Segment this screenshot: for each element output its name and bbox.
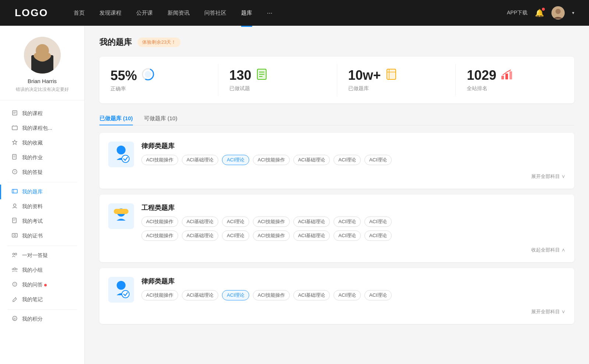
tag-lawyer2-6[interactable]: ACI理论 xyxy=(364,290,392,300)
stat-questions-done-icon xyxy=(256,68,268,83)
main-nav: 首页 发现课程 公开课 新闻资讯 问答社区 题库 ··· xyxy=(74,8,507,18)
nav-qa[interactable]: 问答社区 xyxy=(204,8,226,18)
svg-point-1 xyxy=(556,9,561,14)
tag-lawyer1-5[interactable]: ACI理论 xyxy=(334,155,361,165)
qbank-avatar-lawyer1 xyxy=(108,142,134,167)
user-avatar-header[interactable] xyxy=(551,6,565,19)
tag-eng-4[interactable]: ACI基础理论 xyxy=(293,217,330,227)
tag-eng-1[interactable]: ACI基础理论 xyxy=(182,217,219,227)
myquestions-icon: ? xyxy=(11,281,18,289)
tag-eng-12[interactable]: ACI理论 xyxy=(334,231,361,241)
sidebar-item-myexam[interactable]: 我的考试 xyxy=(0,214,84,229)
sidebar-item-mycourse[interactable]: 我的课程 xyxy=(0,106,84,121)
nav-more[interactable]: ··· xyxy=(267,9,272,17)
tag-lawyer2-5[interactable]: ACI理论 xyxy=(334,290,361,300)
tag-lawyer1-1[interactable]: ACI基础理论 xyxy=(182,155,219,165)
qbank-info-engineer: 工程类题库 ACI技能操作 ACI基础理论 ACI理论 ACI技能操作 ACI基… xyxy=(141,203,565,241)
sidebar-item-myquestions[interactable]: ? 我的问答 xyxy=(0,278,84,292)
sidebar-label-myqbank: 我的题库 xyxy=(22,189,43,195)
sidebar-label-mygroup: 我的小组 xyxy=(22,267,43,274)
qbank-card-engineer-header: 工程类题库 ACI技能操作 ACI基础理论 ACI理论 ACI技能操作 ACI基… xyxy=(108,203,565,241)
sidebar-item-mycert[interactable]: 我的证书 xyxy=(0,229,84,243)
tags-row-lawyer1: ACI技能操作 ACI基础理论 ACI理论 ACI技能操作 ACI基础理论 AC… xyxy=(141,155,565,165)
expand-link-lawyer2[interactable]: 展开全部科目 ∨ xyxy=(108,308,565,315)
sidebar-item-myqbank[interactable]: 我的题库 xyxy=(0,185,84,199)
svg-text:积: 积 xyxy=(13,317,16,321)
tag-eng-11[interactable]: ACI基础理论 xyxy=(293,231,330,241)
tags-row-lawyer2: ACI技能操作 ACI基础理论 ACI理论 ACI技能操作 ACI基础理论 AC… xyxy=(141,290,565,300)
svg-rect-47 xyxy=(501,76,504,79)
tag-eng-3[interactable]: ACI技能操作 xyxy=(253,217,290,227)
mycourse-icon xyxy=(11,110,18,117)
sidebar-label-qa: 我的答疑 xyxy=(22,169,43,176)
tag-eng-9[interactable]: ACI理论 xyxy=(222,231,249,241)
tag-lawyer2-0[interactable]: ACI技能操作 xyxy=(141,290,178,300)
tag-eng-5[interactable]: ACI理论 xyxy=(334,217,361,227)
svg-point-37 xyxy=(145,71,151,78)
collapse-link-engineer[interactable]: 收起全部科目 ∧ xyxy=(108,247,565,253)
tag-eng-13[interactable]: ACI理论 xyxy=(364,231,392,241)
tab-available[interactable]: 可做题库 (10) xyxy=(144,112,177,125)
tag-eng-2[interactable]: ACI理论 xyxy=(222,217,249,227)
nav-news[interactable]: 新闻资讯 xyxy=(167,8,190,18)
tag-lawyer1-3[interactable]: ACI技能操作 xyxy=(253,155,290,165)
stat-banks-done-value: 10w+ xyxy=(348,68,381,83)
svg-line-32 xyxy=(15,297,16,298)
sidebar-item-myprofile[interactable]: 我的资料 xyxy=(0,199,84,214)
nav-home[interactable]: 首页 xyxy=(74,8,85,18)
sidebar-item-one2one[interactable]: 一对一答疑 xyxy=(0,248,84,263)
sidebar-item-mypoints[interactable]: 积 我的积分 xyxy=(0,312,84,326)
tag-lawyer2-1[interactable]: ACI基础理论 xyxy=(182,290,219,300)
tag-eng-0[interactable]: ACI技能操作 xyxy=(141,217,178,227)
svg-point-24 xyxy=(14,235,16,236)
tabs-row: 已做题库 (10) 可做题库 (10) xyxy=(99,112,574,125)
sidebar-label-mycourse: 我的课程 xyxy=(22,110,43,117)
svg-point-25 xyxy=(13,253,15,255)
stat-questions-done-value: 130 xyxy=(229,68,251,83)
sidebar-item-homework[interactable]: 我的作业 xyxy=(0,150,84,165)
homework-icon xyxy=(11,154,18,161)
stat-questions-done: 130 已做试题 xyxy=(218,64,337,96)
menu-divider-1 xyxy=(7,182,77,182)
tag-lawyer1-6[interactable]: ACI理论 xyxy=(364,155,392,165)
sidebar-label-mynotes: 我的笔记 xyxy=(22,296,43,303)
sidebar-item-mygroup[interactable]: 我的小组 xyxy=(0,263,84,278)
profile-avatar xyxy=(24,37,61,74)
tag-lawyer1-2[interactable]: ACI理论 xyxy=(222,155,249,165)
logo: LOGO xyxy=(15,7,52,19)
tag-lawyer2-2[interactable]: ACI理论 xyxy=(222,290,249,300)
tab-done[interactable]: 已做题库 (10) xyxy=(99,112,133,125)
user-dropdown-arrow[interactable]: ▾ xyxy=(572,10,574,15)
favorites-icon xyxy=(11,139,18,147)
notification-dot xyxy=(542,8,545,11)
tag-lawyer1-4[interactable]: ACI基础理论 xyxy=(293,155,330,165)
stat-rank-icon xyxy=(501,68,512,83)
sidebar-item-qa[interactable]: ? 我的答疑 xyxy=(0,165,84,180)
nav-opencourse[interactable]: 公开课 xyxy=(136,8,153,18)
qbank-title-engineer: 工程类题库 xyxy=(141,203,565,212)
nav-discover[interactable]: 发现课程 xyxy=(99,8,121,18)
header: LOGO 首页 发现课程 公开课 新闻资讯 问答社区 题库 ··· APP下载 … xyxy=(0,0,589,26)
notification-button[interactable]: 🔔 xyxy=(535,8,544,17)
tag-eng-7[interactable]: ACI技能操作 xyxy=(141,231,178,241)
tag-eng-10[interactable]: ACI技能操作 xyxy=(253,231,290,241)
expand-link-lawyer1[interactable]: 展开全部科目 ∨ xyxy=(108,173,565,180)
sidebar-item-favorites[interactable]: 我的收藏 xyxy=(0,136,84,150)
app-download-button[interactable]: APP下载 xyxy=(507,10,528,16)
svg-text:?: ? xyxy=(14,170,15,174)
profile-name: Brian Harris xyxy=(28,78,57,84)
myqbank-icon xyxy=(11,188,18,196)
tag-lawyer2-3[interactable]: ACI技能操作 xyxy=(253,290,290,300)
sidebar-label-one2one: 一对一答疑 xyxy=(22,252,48,259)
sidebar-item-coursepack[interactable]: 我的课程包... xyxy=(0,121,84,136)
tag-eng-8[interactable]: ACI基础理论 xyxy=(182,231,219,241)
tag-lawyer1-0[interactable]: ACI技能操作 xyxy=(141,155,178,165)
tag-eng-6[interactable]: ACI理论 xyxy=(364,217,392,227)
mypoints-icon: 积 xyxy=(11,315,18,323)
sidebar-label-homework: 我的作业 xyxy=(22,154,43,161)
sidebar-label-myexam: 我的考试 xyxy=(22,218,43,225)
tag-lawyer2-4[interactable]: ACI基础理论 xyxy=(293,290,330,300)
nav-qbank[interactable]: 题库 xyxy=(241,8,252,18)
sidebar-label-mypoints: 我的积分 xyxy=(22,316,43,322)
sidebar-item-mynotes[interactable]: 我的笔记 xyxy=(0,292,84,307)
